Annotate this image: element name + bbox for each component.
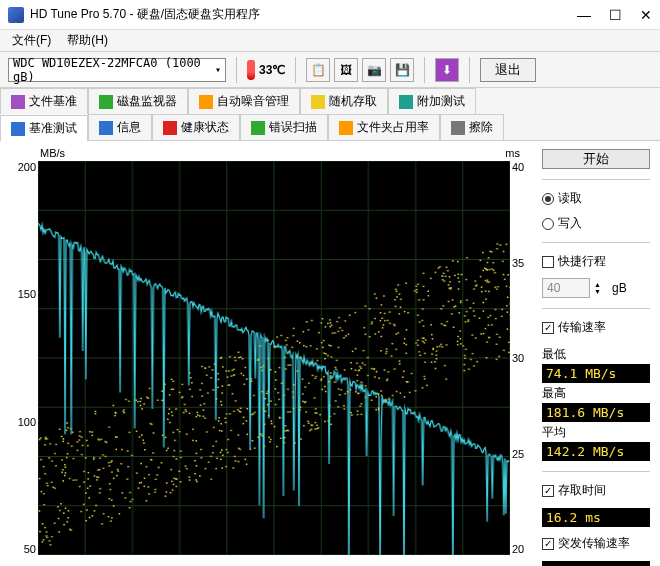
tab-擦除[interactable]: 擦除: [440, 114, 504, 140]
spin-buttons: ▲▼: [594, 281, 608, 295]
tab-icon: [163, 121, 177, 135]
copy-info-button[interactable]: 📋: [306, 58, 330, 82]
divider: [236, 57, 237, 83]
divider: [295, 57, 296, 83]
radio-icon: [542, 193, 554, 205]
divider: [542, 242, 650, 243]
toolbar: WDC WD10EZEX-22MFCA0 (1000 gB) ▾ 33℃ 📋 🖼…: [0, 52, 660, 88]
thermometer-icon: [247, 60, 255, 80]
content: MB/s ms 20015010050 4035302520 开始 读取 写入 …: [0, 141, 660, 566]
screenshot-button[interactable]: 📷: [362, 58, 386, 82]
tab-icon: [311, 95, 325, 109]
shortstroke-check[interactable]: 快捷行程: [542, 253, 650, 270]
tab-文件夹占用率[interactable]: 文件夹占用率: [328, 114, 440, 140]
checkbox-icon: [542, 538, 554, 550]
tab-icon: [451, 121, 465, 135]
access-value: 16.2 ms: [542, 508, 650, 527]
write-radio[interactable]: 写入: [542, 215, 650, 232]
save-button[interactable]: 💾: [390, 58, 414, 82]
drive-select[interactable]: WDC WD10EZEX-22MFCA0 (1000 gB) ▾: [8, 58, 226, 82]
shortstroke-spin[interactable]: ▲▼ gB: [542, 278, 650, 298]
divider: [542, 308, 650, 309]
temperature: 33℃: [247, 60, 285, 80]
tab-磁盘监视器[interactable]: 磁盘监视器: [88, 88, 188, 114]
y-left-ticks: 20015010050: [8, 161, 36, 555]
y-right-unit: ms: [505, 147, 520, 159]
chevron-down-icon: ▾: [215, 64, 221, 75]
burst-value: 321.2 MB/s: [542, 561, 650, 566]
exit-button[interactable]: 退出: [480, 58, 536, 82]
menubar: 文件(F) 帮助(H): [0, 30, 660, 52]
start-button[interactable]: 开始: [542, 149, 650, 169]
minimize-button[interactable]: —: [577, 7, 591, 23]
divider: [542, 471, 650, 472]
menu-file[interactable]: 文件(F): [6, 30, 57, 51]
read-radio[interactable]: 读取: [542, 190, 650, 207]
chart-pane: MB/s ms 20015010050 4035302520: [0, 141, 536, 566]
app-icon: [8, 7, 24, 23]
transfer-check[interactable]: 传输速率: [542, 319, 650, 336]
side-panel: 开始 读取 写入 快捷行程 ▲▼ gB 传输速率 最低 74.1 MB/s 最高…: [536, 141, 660, 566]
checkbox-icon: [542, 485, 554, 497]
tab-icon: [339, 121, 353, 135]
tab-icon: [251, 121, 265, 135]
maximize-button[interactable]: ☐: [609, 7, 622, 23]
burst-check[interactable]: 突发传输速率: [542, 535, 650, 552]
copy-screenshot-button[interactable]: 🖼: [334, 58, 358, 82]
y-left-unit: MB/s: [40, 147, 65, 159]
tab-icon: [99, 95, 113, 109]
tab-strip: 文件基准磁盘监视器自动噪音管理随机存取附加测试 基准测试信息健康状态错误扫描文件…: [0, 88, 660, 141]
tab-icon: [11, 122, 25, 136]
options-button[interactable]: ⬇: [435, 58, 459, 82]
tab-随机存取[interactable]: 随机存取: [300, 88, 388, 114]
tab-健康状态[interactable]: 健康状态: [152, 114, 240, 140]
tab-文件基准[interactable]: 文件基准: [0, 88, 88, 114]
menu-help[interactable]: 帮助(H): [61, 30, 114, 51]
shortstroke-unit: gB: [612, 281, 627, 295]
divider: [424, 57, 425, 83]
titlebar: HD Tune Pro 5.70 - 硬盘/固态硬盘实用程序 — ☐ ✕: [0, 0, 660, 30]
tab-附加测试[interactable]: 附加测试: [388, 88, 476, 114]
tab-icon: [11, 95, 25, 109]
shortstroke-input: [542, 278, 590, 298]
tab-基准测试[interactable]: 基准测试: [0, 115, 88, 141]
window-controls: — ☐ ✕: [577, 7, 652, 23]
stat-min: 最低 74.1 MB/s 最高 181.6 MB/s 平均 142.2 MB/s: [542, 344, 650, 461]
tab-icon: [99, 121, 113, 135]
chart: [38, 161, 510, 555]
tab-自动噪音管理[interactable]: 自动噪音管理: [188, 88, 300, 114]
drive-select-value: WDC WD10EZEX-22MFCA0 (1000 gB): [13, 56, 215, 84]
radio-icon: [542, 218, 554, 230]
tab-信息[interactable]: 信息: [88, 114, 152, 140]
close-button[interactable]: ✕: [640, 7, 652, 23]
divider: [469, 57, 470, 83]
tab-错误扫描[interactable]: 错误扫描: [240, 114, 328, 140]
toolbar-buttons: 📋 🖼 📷 💾: [306, 58, 414, 82]
window-title: HD Tune Pro 5.70 - 硬盘/固态硬盘实用程序: [30, 6, 577, 23]
access-check[interactable]: 存取时间: [542, 482, 650, 499]
checkbox-icon: [542, 256, 554, 268]
divider: [542, 179, 650, 180]
temperature-value: 33℃: [259, 63, 285, 77]
checkbox-icon: [542, 322, 554, 334]
tab-icon: [399, 95, 413, 109]
chart-canvas: [38, 161, 510, 555]
tab-icon: [199, 95, 213, 109]
y-right-ticks: 4035302520: [512, 161, 530, 555]
